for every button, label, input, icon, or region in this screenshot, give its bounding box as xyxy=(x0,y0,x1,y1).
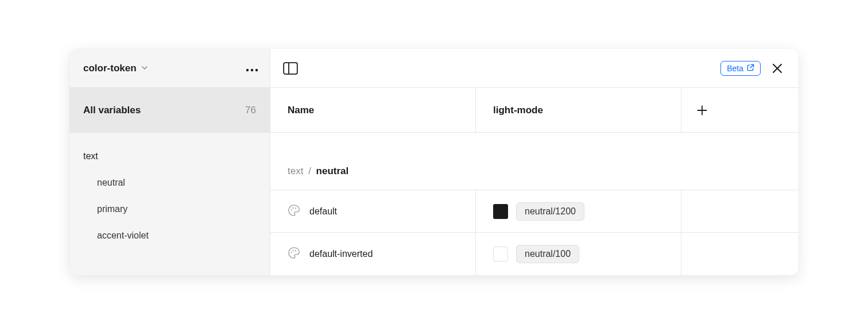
color-swatch xyxy=(493,204,508,219)
column-header-name: Name xyxy=(270,88,476,132)
all-variables-count: 76 xyxy=(245,105,256,116)
svg-point-12 xyxy=(291,252,292,253)
svg-point-11 xyxy=(295,207,296,209)
palette-icon xyxy=(288,247,300,262)
svg-point-9 xyxy=(291,209,292,210)
variable-name: default-inverted xyxy=(309,249,373,259)
variable-name-cell[interactable]: default xyxy=(270,190,476,232)
breadcrumb-current: neutral xyxy=(316,166,349,177)
group-list: text neutral primary accent-violet xyxy=(69,133,270,259)
more-options-icon[interactable] xyxy=(246,61,258,75)
empty-cell xyxy=(681,190,799,232)
main: Beta Name li xyxy=(270,49,799,275)
token-chip: neutral/1200 xyxy=(516,202,584,221)
plus-icon xyxy=(696,105,708,116)
svg-point-2 xyxy=(255,69,258,71)
sidebar-item-label: neutral xyxy=(97,178,125,187)
external-link-icon xyxy=(747,64,754,73)
svg-point-10 xyxy=(293,207,294,208)
svg-point-0 xyxy=(246,69,249,71)
all-variables-label: All variables xyxy=(83,105,141,116)
empty-cell xyxy=(681,233,799,275)
variables-panel: color-token All variables 76 text neutra… xyxy=(69,49,799,275)
sidebar-toggle-icon[interactable] xyxy=(283,62,298,75)
sidebar-item-primary[interactable]: primary xyxy=(69,196,270,222)
table-row: default neutral/1200 xyxy=(270,190,799,233)
svg-rect-3 xyxy=(284,63,297,74)
variable-name-cell[interactable]: default-inverted xyxy=(270,233,476,275)
close-icon xyxy=(771,62,784,75)
svg-point-1 xyxy=(251,69,253,71)
breadcrumb-separator: / xyxy=(305,166,313,177)
add-mode-button[interactable] xyxy=(681,88,799,132)
sidebar: color-token All variables 76 text neutra… xyxy=(69,49,270,275)
breadcrumb: text / neutral xyxy=(270,133,799,190)
sidebar-item-label: text xyxy=(83,151,98,161)
all-variables-row[interactable]: All variables 76 xyxy=(69,88,270,133)
close-button[interactable] xyxy=(769,60,786,77)
svg-point-13 xyxy=(293,250,294,251)
svg-point-14 xyxy=(295,250,296,251)
breadcrumb-parent: text xyxy=(288,166,303,177)
collection-dropdown[interactable]: color-token xyxy=(83,63,148,74)
sidebar-item-neutral[interactable]: neutral xyxy=(69,170,270,196)
toolbar: Beta xyxy=(270,49,799,88)
table-row: default-inverted neutral/100 xyxy=(270,233,799,275)
column-header-mode[interactable]: light-mode xyxy=(476,88,681,132)
sidebar-item-label: primary xyxy=(97,204,127,214)
variable-value-cell[interactable]: neutral/1200 xyxy=(476,190,681,232)
color-swatch xyxy=(493,247,508,262)
sidebar-item-accent-violet[interactable]: accent-violet xyxy=(69,222,270,249)
table-header: Name light-mode xyxy=(270,88,799,133)
palette-icon xyxy=(288,204,300,219)
token-chip: neutral/100 xyxy=(516,245,579,263)
sidebar-item-text[interactable]: text xyxy=(69,143,270,170)
sidebar-header: color-token xyxy=(69,49,270,88)
variable-value-cell[interactable]: neutral/100 xyxy=(476,233,681,275)
variable-name: default xyxy=(309,206,337,217)
sidebar-item-label: accent-violet xyxy=(97,230,149,240)
beta-badge[interactable]: Beta xyxy=(720,61,761,76)
beta-label: Beta xyxy=(727,64,743,73)
collection-name: color-token xyxy=(83,63,137,74)
chevron-down-icon xyxy=(141,63,148,74)
